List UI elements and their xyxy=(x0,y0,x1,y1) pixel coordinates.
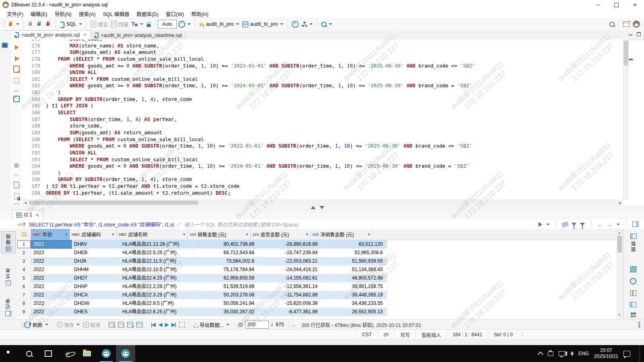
table-cell[interactable]: 51,560,939.59 xyxy=(322,257,387,265)
metadata-panel-icon[interactable] xyxy=(630,278,636,284)
statusbar-item[interactable]: Sel: 0 | 0 xyxy=(488,331,518,339)
minimize-button[interactable] xyxy=(588,0,607,10)
connect-button[interactable] xyxy=(26,20,35,28)
save-filter-icon[interactable] xyxy=(580,223,585,226)
explain-plan-button[interactable] xyxy=(13,77,20,84)
column-header[interactable]: ABC店铺编码▼ xyxy=(70,229,117,240)
refresh-button[interactable]: 刷新 xyxy=(23,320,50,330)
column-filter-dropdown-icon[interactable]: ▼ xyxy=(182,232,186,237)
transaction-mode-button[interactable]: T▦ xyxy=(130,20,145,28)
table-cell[interactable]: -15,620,008.39 xyxy=(259,299,322,308)
open-perspective-button[interactable] xyxy=(621,20,631,28)
table-cell[interactable]: 50,056,241.94 xyxy=(193,299,259,308)
close-icon[interactable]: ✕ xyxy=(36,213,39,217)
save-button[interactable]: ✓保存 xyxy=(55,320,81,330)
value-viewer-icon[interactable] xyxy=(630,266,636,272)
table-cell[interactable]: DHHM xyxy=(72,265,120,274)
filter-input-placeholder[interactable]: 输入一个 SQL 表达式来过滤结果 (使用 Ctrl+Space) xyxy=(184,220,298,228)
show-desktop-button[interactable] xyxy=(640,345,642,362)
table-cell[interactable]: 35,030,267.02 xyxy=(193,308,259,316)
usb-tray-icon[interactable] xyxy=(548,352,553,356)
presentation-tab-record[interactable]: 记录 xyxy=(1,296,15,318)
toggle-panel-icon[interactable] xyxy=(639,321,640,328)
maximize-button[interactable] xyxy=(607,0,625,10)
table-row[interactable]: 22022DHEBHLA唯品会22.5.25 (广州)68,712,543.64… xyxy=(17,249,617,257)
table-cell[interactable]: HLA唯品会22.5.25 (广州) xyxy=(120,249,193,257)
unassigned-variables-icon[interactable] xyxy=(13,193,20,200)
table-cell[interactable]: -8,477,361.89 xyxy=(259,308,322,316)
disconnect-button[interactable] xyxy=(44,20,53,28)
table-cell[interactable]: 51,134,368.43 xyxy=(322,265,387,274)
export-from-query-button[interactable] xyxy=(13,182,20,188)
editor-vertical-scrollbar[interactable] xyxy=(623,39,629,200)
table-row[interactable]: 42022DHHMHLA唯品会22.10.5 (广州)75,178,784.64… xyxy=(17,265,617,274)
table-cell[interactable]: HLA唯品会22.10.5 (广州) xyxy=(120,265,193,274)
row-number[interactable]: 4 xyxy=(17,265,31,274)
table-cell[interactable]: 63,512,120 xyxy=(322,240,387,249)
table-cell[interactable]: 62,958,655.59 xyxy=(193,274,259,282)
maximize-editor-area-icon[interactable] xyxy=(320,206,324,209)
sql-console-button[interactable] xyxy=(13,96,20,102)
edit-cell-button[interactable]: ✎ xyxy=(107,321,116,329)
menu-item[interactable]: 文件(F) xyxy=(3,9,27,19)
new-connection-button[interactable] xyxy=(6,20,21,28)
table-cell[interactable]: HLA唯品会22.11.5 (广州) xyxy=(120,257,193,265)
menu-item[interactable]: 帮助(H) xyxy=(188,9,212,19)
table-cell[interactable]: -22,003,063.21 xyxy=(259,257,322,265)
references-panel-icon[interactable] xyxy=(630,301,636,308)
table-cell[interactable]: 2022 xyxy=(31,265,72,274)
volume-tray-icon[interactable] xyxy=(570,352,573,356)
table-row[interactable]: 12022DH6VHLA唯品会21.12.26 (广州)90,402,736.8… xyxy=(17,240,617,249)
column-header[interactable]: 123净销售金额 (元)▼ xyxy=(311,229,373,240)
database-navigator-icon[interactable] xyxy=(2,43,8,48)
table-cell[interactable]: 73,564,002.8 xyxy=(193,257,259,265)
back-icon[interactable]: ← xyxy=(597,222,603,227)
table-cell[interactable]: 2022 xyxy=(31,249,72,257)
maximize-editor-icon[interactable] xyxy=(637,32,641,36)
menu-item[interactable]: 编辑(E) xyxy=(27,9,51,19)
file-explorer-icon[interactable] xyxy=(77,345,97,362)
table-row[interactable]: 92022DHESHLA唯品会22.6.25 (广州)35,030,267.02… xyxy=(17,308,617,316)
editor-tab[interactable]: <audit_bi_pro> analysis.sql✕ xyxy=(10,30,91,39)
task-view-button[interactable] xyxy=(39,345,58,362)
table-row[interactable]: 62022DHAPHLA唯品会22.2.26 (广州)51,539,519.89… xyxy=(17,282,617,291)
input-language-indicator[interactable]: ENG xyxy=(578,351,589,356)
taskbar-clock[interactable]: 20:07 2025/10/21 xyxy=(594,348,618,360)
column-filter-dropdown-icon[interactable]: ▼ xyxy=(245,232,249,237)
statusbar-item[interactable]: zh xyxy=(378,331,394,339)
fetch-size-input[interactable]: 200 xyxy=(245,321,269,329)
table-cell[interactable]: 75,178,784.64 xyxy=(193,265,259,274)
row-number[interactable]: 9 xyxy=(17,308,31,316)
new-sql-editor-button[interactable]: SQL xyxy=(58,20,84,29)
export-data-button[interactable]: 导出数据... xyxy=(192,320,231,330)
table-cell[interactable]: DHAP xyxy=(72,282,120,291)
column-filter-dropdown-icon[interactable]: ▼ xyxy=(64,232,68,237)
internet-explorer-icon[interactable]: e xyxy=(58,345,77,362)
table-row[interactable]: 82022DHGWHLA唯品会22.9.5 (广州)50,056,241.94-… xyxy=(17,299,617,308)
execute-script-button[interactable] xyxy=(13,66,20,72)
table-cell[interactable]: -26,890,616.89 xyxy=(259,240,322,249)
sql-editor[interactable]: 175 store_code,176 MAX(store_name) AS st… xyxy=(23,39,623,200)
apply-filter-icon[interactable] xyxy=(539,222,542,227)
table-cell[interactable]: -11,754,882.89 xyxy=(259,291,322,299)
execute-new-tab-button[interactable] xyxy=(13,56,20,62)
menu-item[interactable]: 搜索(A) xyxy=(75,9,99,19)
column-header[interactable]: ABC年份▼ xyxy=(31,229,70,240)
expand-filter-icon[interactable]: ⤢ xyxy=(178,222,181,227)
table-cell[interactable]: 51,539,519.89 xyxy=(193,282,259,291)
table-cell[interactable]: DHCA xyxy=(72,291,120,299)
row-number[interactable]: 3 xyxy=(17,257,31,265)
transaction-lock-icon[interactable] xyxy=(145,21,153,28)
transaction-log-button[interactable] xyxy=(177,20,192,29)
table-cell[interactable]: HLA唯品会22.9.5 (广州) xyxy=(120,299,193,308)
table-cell[interactable]: -15,747,236.84 xyxy=(259,249,322,257)
row-number[interactable]: 1 xyxy=(17,240,31,249)
row-number[interactable]: 7 xyxy=(17,291,31,299)
table-cell[interactable]: 2022 xyxy=(31,299,72,308)
toggle-panel-icon[interactable] xyxy=(632,222,638,227)
dbeaver-taskbar-icon[interactable] xyxy=(97,345,116,362)
grid-vertical-scrollbar[interactable]: ▲▼ xyxy=(617,230,623,318)
table-cell[interactable]: -12,558,361.14 xyxy=(259,282,322,291)
tray-expand-icon[interactable] xyxy=(538,351,543,357)
clear-filter-icon[interactable] xyxy=(562,221,569,227)
